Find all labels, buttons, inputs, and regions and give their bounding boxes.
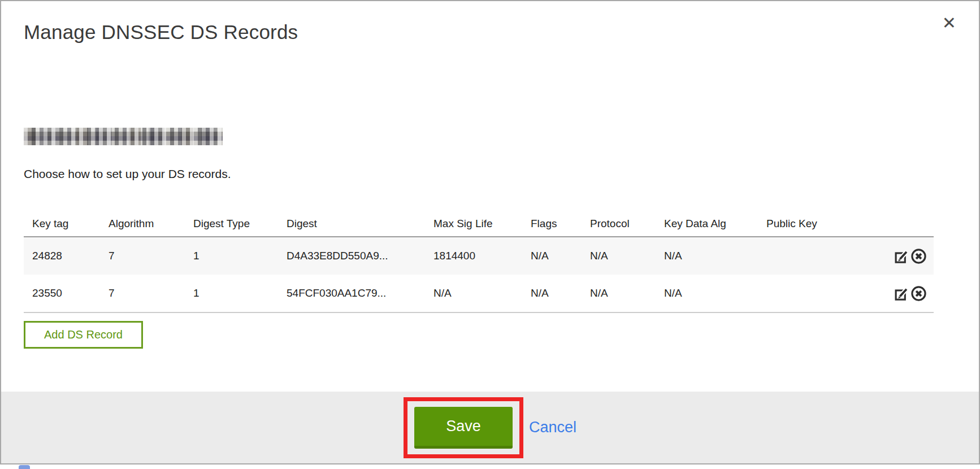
cell-digest: D4A33E8DD550A9... [278, 237, 425, 275]
row-actions [891, 285, 934, 302]
page-title: Manage DNSSEC DS Records [24, 20, 956, 44]
cell-max-sig-life: 1814400 [425, 237, 522, 275]
cell-digest-type: 1 [185, 237, 278, 275]
cell-key-data-alg: N/A [656, 275, 758, 312]
delete-icon [910, 248, 927, 264]
column-header-key-tag: Key tag [24, 211, 100, 237]
description-text: Choose how to set up your DS records. [24, 166, 956, 181]
column-header-max-sig-life: Max Sig Life [425, 211, 522, 237]
column-header-digest-type: Digest Type [185, 211, 278, 237]
save-button[interactable]: Save [414, 407, 513, 449]
annotation-highlight-box: Save [404, 397, 523, 458]
column-header-actions [883, 211, 934, 237]
cell-public-key [758, 237, 883, 275]
cell-key-tag: 23550 [24, 275, 100, 312]
column-header-key-data-alg: Key Data Alg [656, 211, 758, 237]
cell-key-data-alg: N/A [656, 237, 758, 275]
ds-records-table: Key tag Algorithm Digest Type Digest Max… [24, 211, 934, 313]
cancel-link[interactable]: Cancel [529, 419, 576, 436]
delete-record-button[interactable] [910, 285, 927, 302]
table-row: 24828 7 1 D4A33E8DD550A9... 1814400 N/A … [24, 237, 934, 275]
table-row: 23550 7 1 54FCF030AA1C79... N/A N/A N/A … [24, 275, 934, 312]
cell-digest: 54FCF030AA1C79... [278, 275, 425, 312]
row-actions [891, 248, 934, 264]
edit-record-button[interactable] [894, 248, 910, 264]
cell-protocol: N/A [582, 275, 656, 312]
cell-algorithm: 7 [100, 237, 185, 275]
delete-record-button[interactable] [910, 248, 927, 264]
table-header-row: Key tag Algorithm Digest Type Digest Max… [24, 211, 934, 237]
cell-key-tag: 24828 [24, 237, 100, 275]
edit-icon [894, 285, 910, 302]
cell-flags: N/A [522, 275, 582, 312]
cell-max-sig-life: N/A [425, 275, 522, 312]
edit-icon [894, 248, 910, 264]
cell-digest-type: 1 [185, 275, 278, 312]
column-header-public-key: Public Key [758, 211, 883, 237]
column-header-digest: Digest [278, 211, 425, 237]
add-ds-record-button[interactable]: Add DS Record [24, 321, 143, 349]
dialog-footer: Save Cancel [1, 392, 979, 463]
dialog-body: Manage DNSSEC DS Records Choose how to s… [1, 20, 979, 349]
background-artifact [19, 465, 30, 469]
cell-protocol: N/A [582, 237, 656, 275]
column-header-protocol: Protocol [582, 211, 656, 237]
cell-public-key [758, 275, 883, 312]
cell-algorithm: 7 [100, 275, 185, 312]
column-header-flags: Flags [522, 211, 582, 237]
cell-flags: N/A [522, 237, 582, 275]
manage-dnssec-ds-records-dialog: ✕ Manage DNSSEC DS Records Choose how to… [0, 0, 980, 464]
domain-name-redacted [24, 128, 223, 145]
delete-icon [910, 285, 927, 302]
edit-record-button[interactable] [894, 285, 910, 302]
column-header-algorithm: Algorithm [100, 211, 185, 237]
